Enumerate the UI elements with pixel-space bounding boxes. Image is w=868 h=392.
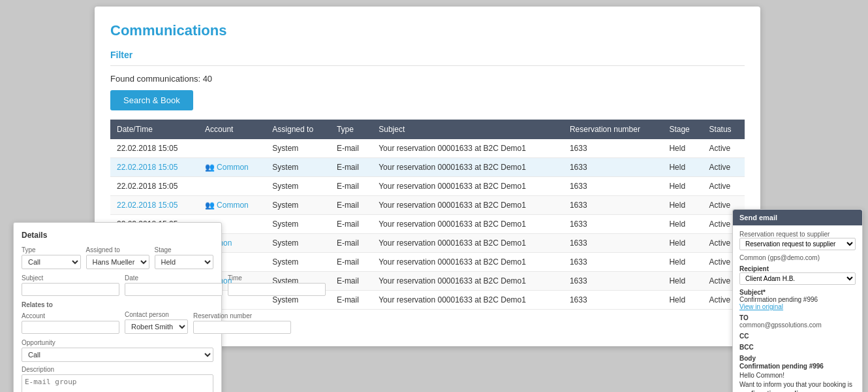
cell-type: E-mail	[330, 253, 372, 272]
cell-stage: Held	[662, 234, 702, 253]
account-link[interactable]: Common	[217, 201, 249, 210]
account-field-group: Account Coca Cola (Corporate clients)	[22, 312, 119, 334]
description-textarea[interactable]	[22, 374, 213, 392]
body-greeting: Hello Common!	[739, 371, 856, 380]
cell-assigned-to: System	[266, 253, 330, 272]
found-communications: Found communications: 40	[110, 74, 745, 84]
opportunity-select[interactable]: Call	[22, 348, 213, 362]
cell-subject: Your reservation 00001633 at B2C Demo1	[372, 215, 563, 234]
opportunity-label: Opportunity	[22, 339, 213, 346]
contact-person-field-group: Contact person Robert Smith	[125, 311, 188, 334]
contact-person-select[interactable]: Robert Smith	[125, 319, 188, 334]
datetime-link[interactable]: 22.02.2018 15:05	[117, 163, 178, 172]
cell-subject: Your reservation 00001633 at B2C Demo1	[372, 234, 563, 253]
cell-datetime[interactable]: 22.02.2018 15:05	[110, 158, 198, 177]
cell-stage: Held	[662, 196, 702, 215]
page-title: Communications	[110, 22, 745, 39]
search-book-button[interactable]: Search & Book	[110, 90, 193, 110]
cell-subject: Your reservation 00001633 at B2C Demo1	[372, 196, 563, 215]
cell-subject: Your reservation 00001633 at B2C Demo1	[372, 272, 563, 291]
assigned-to-select[interactable]: Hans Mueller	[86, 255, 149, 269]
to-label: TO	[739, 314, 749, 321]
cell-reservation-number: 1633	[563, 215, 663, 234]
cell-assigned-to: System	[266, 196, 330, 215]
cell-type: E-mail	[330, 196, 372, 215]
reservation-select[interactable]: Reservation request to supplier	[739, 238, 856, 250]
cell-reservation-number: 1633	[563, 272, 663, 291]
cell-stage: Held	[662, 177, 702, 196]
cell-reservation-number: 1633	[563, 158, 663, 177]
cell-reservation-number: 1633	[563, 291, 663, 310]
table-row[interactable]: 22.02.2018 15:05SystemE-mailYour reserva…	[110, 177, 745, 196]
cell-type: E-mail	[330, 139, 372, 158]
subject-value: Confirmation pending #996	[739, 296, 856, 303]
cell-status: Active	[703, 158, 745, 177]
subject-field-group: Subject Ask about previous trip	[22, 274, 119, 296]
subject-label: Subject*	[739, 289, 856, 296]
details-title: Details	[22, 231, 213, 240]
filter-label[interactable]: Filter	[110, 50, 745, 66]
contact-person-label: Contact person	[125, 311, 188, 318]
cell-subject: Your reservation 00001633 at B2C Demo1	[372, 291, 563, 310]
table-row[interactable]: 22.02.2018 15:05👥CommonSystemE-mailYour …	[110, 158, 745, 177]
cell-type: E-mail	[330, 234, 372, 253]
relates-to-label: Relates to	[22, 301, 213, 308]
col-header-assigned: Assigned to	[266, 120, 330, 139]
cell-stage: Held	[662, 253, 702, 272]
to-row: TO common@gpssolutions.com	[739, 314, 856, 329]
cell-subject: Your reservation 00001633 at B2C Demo1	[372, 177, 563, 196]
recipient-row: Recipient Client Adam H.B.	[739, 265, 856, 285]
assigned-to-field-group: Assigned to Hans Mueller	[86, 246, 149, 269]
view-original-link[interactable]: View in original	[739, 303, 856, 310]
cell-account[interactable]: 👥Common	[198, 158, 266, 177]
account-link[interactable]: Common	[217, 163, 249, 172]
col-header-reservation: Reservation number	[563, 120, 663, 139]
subject-input[interactable]: Ask about previous trip	[22, 283, 119, 296]
description-label: Description	[22, 366, 213, 373]
cell-account[interactable]: 👥Common	[198, 196, 266, 215]
type-field-group: Type Call	[22, 246, 81, 269]
time-field-group: Time 14:00	[228, 274, 326, 296]
send-email-title: Send email	[733, 210, 862, 225]
col-header-account: Account	[198, 120, 266, 139]
cell-stage: Held	[662, 139, 702, 158]
type-select[interactable]: Call	[22, 255, 81, 269]
cell-reservation-number: 1633	[563, 196, 663, 215]
cc-label: CC	[739, 333, 749, 340]
account-input[interactable]: Coca Cola (Corporate clients)	[22, 321, 119, 334]
subject-row: Subject* Confirmation pending #996 View …	[739, 289, 856, 310]
people-icon: 👥	[205, 201, 215, 210]
body-text: Want to inform you that your booking is …	[739, 380, 856, 392]
cell-assigned-to: System	[266, 158, 330, 177]
reservation-number-input[interactable]	[193, 321, 291, 334]
date-input[interactable]: 16.01.2018	[125, 283, 223, 296]
stage-field-group: Stage Held	[155, 246, 214, 269]
cell-assigned-to: System	[266, 215, 330, 234]
cell-datetime: 22.02.2018 15:05	[110, 177, 198, 196]
table-row[interactable]: 22.02.2018 15:05👥CommonSystemE-mailYour …	[110, 196, 745, 215]
cell-reservation-number: 1633	[563, 234, 663, 253]
stage-select[interactable]: Held	[155, 255, 214, 269]
details-panel: Details Type Call Assigned to Hans Muell…	[13, 222, 222, 392]
bcc-label: BCC	[739, 344, 754, 351]
cell-assigned-to: System	[266, 139, 330, 158]
to-value: common@gpssolutions.com	[739, 321, 856, 329]
cell-type: E-mail	[330, 158, 372, 177]
col-header-status: Status	[703, 120, 745, 139]
people-icon: 👥	[205, 163, 215, 172]
col-header-stage: Stage	[662, 120, 702, 139]
cell-stage: Held	[662, 158, 702, 177]
send-email-panel: Send email Reservation request to suppli…	[732, 209, 863, 392]
datetime-link[interactable]: 22.02.2018 15:05	[117, 201, 178, 210]
time-input[interactable]: 14:00	[228, 283, 326, 296]
recipient-select[interactable]: Client Adam H.B.	[739, 272, 856, 285]
reservation-number-label: Reservation number	[193, 312, 291, 319]
cell-type: E-mail	[330, 291, 372, 310]
cell-reservation-number: 1633	[563, 139, 663, 158]
cell-datetime: 22.02.2018 15:05	[110, 139, 198, 158]
cell-account	[198, 139, 266, 158]
time-label: Time	[228, 274, 326, 282]
cell-datetime[interactable]: 22.02.2018 15:05	[110, 196, 198, 215]
table-row[interactable]: 22.02.2018 15:05SystemE-mailYour reserva…	[110, 139, 745, 158]
type-label: Type	[22, 246, 81, 253]
